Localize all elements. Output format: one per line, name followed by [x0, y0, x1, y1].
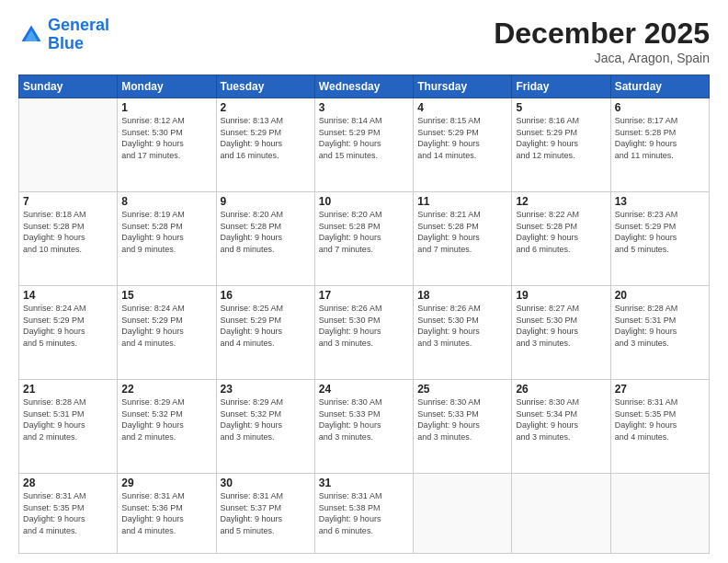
calendar-cell: 12Sunrise: 8:22 AMSunset: 5:28 PMDayligh…: [512, 192, 610, 286]
calendar-table: SundayMondayTuesdayWednesdayThursdayFrid…: [18, 75, 710, 554]
calendar-cell: 14Sunrise: 8:24 AMSunset: 5:29 PMDayligh…: [19, 286, 118, 380]
day-number: 24: [319, 383, 409, 396]
calendar-cell: 30Sunrise: 8:31 AMSunset: 5:37 PMDayligh…: [216, 474, 314, 554]
day-info: Sunrise: 8:17 AMSunset: 5:28 PMDaylight:…: [615, 115, 705, 161]
day-info: Sunrise: 8:31 AMSunset: 5:36 PMDaylight:…: [121, 490, 211, 536]
calendar-cell: 28Sunrise: 8:31 AMSunset: 5:35 PMDayligh…: [19, 474, 118, 554]
calendar-cell: [19, 98, 118, 192]
calendar-cell: 25Sunrise: 8:30 AMSunset: 5:33 PMDayligh…: [414, 380, 512, 474]
logo-text: General Blue: [48, 17, 109, 53]
day-number: 5: [516, 101, 606, 114]
calendar-cell: [610, 474, 709, 554]
day-number: 19: [516, 289, 606, 302]
day-number: 8: [121, 195, 211, 208]
day-info: Sunrise: 8:31 AMSunset: 5:35 PMDaylight:…: [23, 490, 113, 536]
day-number: 1: [121, 101, 211, 114]
day-number: 26: [516, 383, 606, 396]
day-number: 3: [319, 101, 409, 114]
calendar-cell: 13Sunrise: 8:23 AMSunset: 5:29 PMDayligh…: [610, 192, 709, 286]
day-info: Sunrise: 8:22 AMSunset: 5:28 PMDaylight:…: [516, 209, 606, 255]
day-info: Sunrise: 8:28 AMSunset: 5:31 PMDaylight:…: [615, 303, 705, 349]
day-info: Sunrise: 8:16 AMSunset: 5:29 PMDaylight:…: [516, 115, 606, 161]
weekday-header-monday: Monday: [118, 75, 216, 98]
calendar-cell: 3Sunrise: 8:14 AMSunset: 5:29 PMDaylight…: [314, 98, 413, 192]
logo-icon: [18, 22, 44, 48]
calendar-week-3: 14Sunrise: 8:24 AMSunset: 5:29 PMDayligh…: [19, 286, 710, 380]
day-info: Sunrise: 8:27 AMSunset: 5:30 PMDaylight:…: [516, 303, 606, 349]
day-info: Sunrise: 8:14 AMSunset: 5:29 PMDaylight:…: [319, 115, 409, 161]
day-number: 7: [23, 195, 113, 208]
day-number: 25: [417, 383, 507, 396]
day-info: Sunrise: 8:31 AMSunset: 5:35 PMDaylight:…: [615, 396, 705, 442]
day-number: 6: [615, 101, 705, 114]
day-number: 12: [516, 195, 606, 208]
calendar-cell: 18Sunrise: 8:26 AMSunset: 5:30 PMDayligh…: [414, 286, 512, 380]
day-info: Sunrise: 8:25 AMSunset: 5:29 PMDaylight:…: [221, 303, 311, 349]
day-info: Sunrise: 8:23 AMSunset: 5:29 PMDaylight:…: [615, 209, 705, 255]
month-title: December 2025: [494, 17, 710, 51]
calendar-week-5: 28Sunrise: 8:31 AMSunset: 5:35 PMDayligh…: [19, 474, 710, 554]
calendar-cell: 2Sunrise: 8:13 AMSunset: 5:29 PMDaylight…: [216, 98, 314, 192]
day-info: Sunrise: 8:31 AMSunset: 5:38 PMDaylight:…: [319, 490, 409, 536]
calendar-cell: 10Sunrise: 8:20 AMSunset: 5:28 PMDayligh…: [314, 192, 413, 286]
day-info: Sunrise: 8:20 AMSunset: 5:28 PMDaylight:…: [319, 209, 409, 255]
day-number: 15: [121, 289, 211, 302]
day-number: 31: [319, 477, 409, 489]
calendar-header: SundayMondayTuesdayWednesdayThursdayFrid…: [19, 75, 710, 98]
day-number: 2: [221, 101, 311, 114]
calendar-cell: 27Sunrise: 8:31 AMSunset: 5:35 PMDayligh…: [610, 380, 709, 474]
calendar-cell: 4Sunrise: 8:15 AMSunset: 5:29 PMDaylight…: [414, 98, 512, 192]
logo-line1: General: [48, 16, 109, 34]
day-info: Sunrise: 8:30 AMSunset: 5:33 PMDaylight:…: [417, 396, 507, 442]
calendar-cell: 9Sunrise: 8:20 AMSunset: 5:28 PMDaylight…: [216, 192, 314, 286]
weekday-header-tuesday: Tuesday: [216, 75, 314, 98]
calendar-cell: 1Sunrise: 8:12 AMSunset: 5:30 PMDaylight…: [118, 98, 216, 192]
page: General Blue December 2025 Jaca, Aragon,…: [0, 0, 728, 563]
calendar-cell: 31Sunrise: 8:31 AMSunset: 5:38 PMDayligh…: [314, 474, 413, 554]
day-info: Sunrise: 8:24 AMSunset: 5:29 PMDaylight:…: [121, 303, 211, 349]
day-info: Sunrise: 8:15 AMSunset: 5:29 PMDaylight:…: [417, 115, 507, 161]
calendar-cell: 29Sunrise: 8:31 AMSunset: 5:36 PMDayligh…: [118, 474, 216, 554]
logo-line2: Blue: [48, 34, 84, 52]
header: General Blue December 2025 Jaca, Aragon,…: [18, 17, 710, 65]
calendar-cell: 15Sunrise: 8:24 AMSunset: 5:29 PMDayligh…: [118, 286, 216, 380]
day-info: Sunrise: 8:30 AMSunset: 5:34 PMDaylight:…: [516, 396, 606, 442]
weekday-header-wednesday: Wednesday: [314, 75, 413, 98]
day-number: 21: [23, 383, 113, 396]
day-info: Sunrise: 8:20 AMSunset: 5:28 PMDaylight:…: [221, 209, 311, 255]
calendar-week-1: 1Sunrise: 8:12 AMSunset: 5:30 PMDaylight…: [19, 98, 710, 192]
day-number: 4: [417, 101, 507, 114]
day-number: 16: [221, 289, 311, 302]
day-number: 20: [615, 289, 705, 302]
weekday-header-friday: Friday: [512, 75, 610, 98]
location: Jaca, Aragon, Spain: [494, 51, 710, 65]
day-number: 13: [615, 195, 705, 208]
day-info: Sunrise: 8:12 AMSunset: 5:30 PMDaylight:…: [121, 115, 211, 161]
day-number: 14: [23, 289, 113, 302]
day-number: 30: [221, 477, 311, 489]
day-info: Sunrise: 8:18 AMSunset: 5:28 PMDaylight:…: [23, 209, 113, 255]
day-info: Sunrise: 8:19 AMSunset: 5:28 PMDaylight:…: [121, 209, 211, 255]
calendar-cell: 21Sunrise: 8:28 AMSunset: 5:31 PMDayligh…: [19, 380, 118, 474]
weekday-row: SundayMondayTuesdayWednesdayThursdayFrid…: [19, 75, 710, 98]
day-number: 17: [319, 289, 409, 302]
logo: General Blue: [18, 17, 109, 53]
calendar-cell: [512, 474, 610, 554]
day-info: Sunrise: 8:13 AMSunset: 5:29 PMDaylight:…: [221, 115, 311, 161]
day-number: 29: [121, 477, 211, 489]
weekday-header-saturday: Saturday: [610, 75, 709, 98]
day-info: Sunrise: 8:29 AMSunset: 5:32 PMDaylight:…: [221, 396, 311, 442]
day-number: 18: [417, 289, 507, 302]
title-block: December 2025 Jaca, Aragon, Spain: [494, 17, 710, 65]
calendar-week-4: 21Sunrise: 8:28 AMSunset: 5:31 PMDayligh…: [19, 380, 710, 474]
calendar-cell: 26Sunrise: 8:30 AMSunset: 5:34 PMDayligh…: [512, 380, 610, 474]
day-info: Sunrise: 8:26 AMSunset: 5:30 PMDaylight:…: [319, 303, 409, 349]
calendar-cell: 24Sunrise: 8:30 AMSunset: 5:33 PMDayligh…: [314, 380, 413, 474]
day-info: Sunrise: 8:30 AMSunset: 5:33 PMDaylight:…: [319, 396, 409, 442]
day-info: Sunrise: 8:28 AMSunset: 5:31 PMDaylight:…: [23, 396, 113, 442]
day-info: Sunrise: 8:24 AMSunset: 5:29 PMDaylight:…: [23, 303, 113, 349]
day-number: 27: [615, 383, 705, 396]
day-info: Sunrise: 8:26 AMSunset: 5:30 PMDaylight:…: [417, 303, 507, 349]
calendar-cell: 20Sunrise: 8:28 AMSunset: 5:31 PMDayligh…: [610, 286, 709, 380]
day-number: 28: [23, 477, 113, 489]
